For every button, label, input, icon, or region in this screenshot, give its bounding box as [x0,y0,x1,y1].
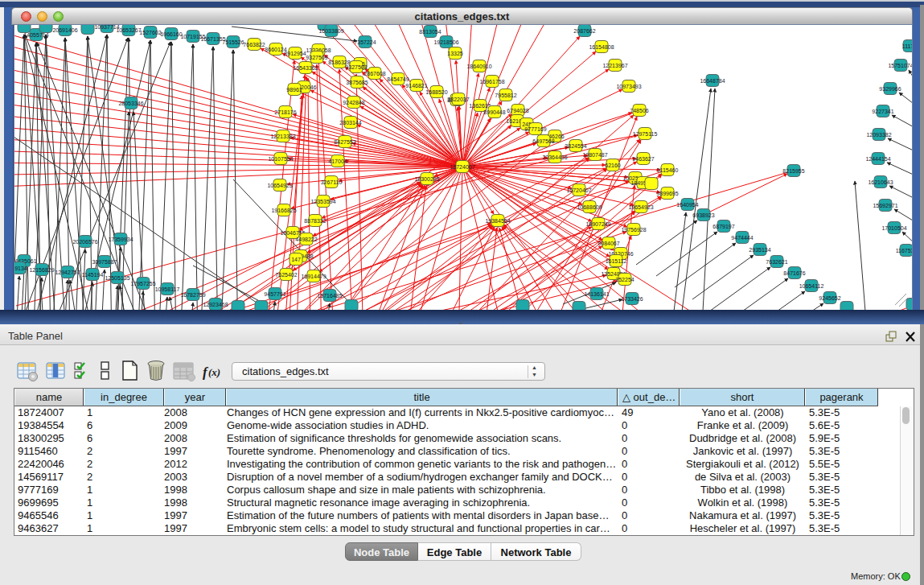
svg-text:10107554: 10107554 [268,156,293,162]
svg-text:39134: 39134 [14,266,27,271]
svg-text:12923468: 12923468 [203,302,228,307]
svg-text:18300295: 18300295 [414,176,439,182]
svg-text:9457791: 9457791 [264,291,285,297]
svg-text:7357224: 7357224 [354,39,376,45]
svg-text:2935134: 2935134 [749,247,770,253]
svg-text:9084067: 9084067 [598,241,619,246]
svg-text:16782759: 16782759 [180,292,205,298]
svg-text:15751074: 15751074 [888,63,912,68]
svg-text:12213383: 12213383 [270,134,295,139]
svg-text:6497568: 6497568 [532,138,554,144]
svg-text:9115460: 9115460 [657,167,679,173]
svg-text:2867608: 2867608 [363,71,385,76]
svg-text:7515526: 7515526 [222,39,244,45]
svg-text:16961758: 16961758 [479,79,504,84]
svg-text:1615112: 1615112 [606,258,627,264]
svg-text:(x): (x) [208,366,220,378]
svg-text:12444154: 12444154 [865,156,890,162]
svg-text:9474444: 9474444 [731,235,753,241]
svg-text:7632621: 7632621 [766,259,787,265]
svg-text:9242848: 9242848 [343,100,364,105]
svg-text:9899695: 9899695 [656,191,678,196]
svg-text:6938923: 6938923 [692,212,714,218]
svg-text:11172: 11172 [902,43,912,49]
svg-text:2803144: 2803144 [339,120,361,126]
svg-text:8215955: 8215955 [782,168,804,174]
svg-text:18724007: 18724007 [450,164,474,170]
svg-text:14136141: 14136141 [584,291,609,297]
svg-text:9245652: 9245652 [819,295,840,301]
svg-text:8878332: 8878332 [304,218,326,224]
svg-text:16210643: 16210643 [868,179,893,185]
svg-text:30975887: 30975887 [92,259,117,265]
svg-text:10653267: 10653267 [116,27,141,33]
svg-text:19218506: 19218506 [433,39,458,45]
svg-text:8912954: 8912954 [284,51,306,56]
svg-text:8813054: 8813054 [419,29,441,35]
svg-text:18907249: 18907249 [585,221,610,227]
svg-text:12156829: 12156829 [29,267,54,273]
svg-text:3822037: 3822037 [447,97,469,102]
svg-text:6966160: 6966160 [160,31,182,37]
svg-text:7955812: 7955812 [495,93,516,98]
svg-text:1588520: 1588520 [425,89,447,95]
svg-text:12942757: 12942757 [55,270,80,275]
svg-text:3267110: 3267110 [321,179,343,185]
svg-text:12213967: 12213967 [602,63,627,68]
svg-text:8427552: 8427552 [334,139,355,145]
svg-text:20364436: 20364436 [542,154,567,160]
svg-text:16543362: 16543362 [293,65,318,71]
svg-text:4498222: 4498222 [295,237,317,242]
svg-text:10958117: 10958117 [155,286,180,292]
svg-text:252254: 252254 [615,277,634,282]
svg-text:16033809: 16033809 [318,28,343,34]
svg-text:2087662: 2087662 [573,28,595,34]
svg-text:15716485: 15716485 [317,293,342,299]
svg-text:17010504: 17010504 [881,225,906,231]
svg-text:17957255: 17957255 [130,281,155,286]
svg-text:748506: 748506 [630,108,648,113]
svg-text:15692971: 15692971 [873,203,897,208]
svg-text:8990448: 8990448 [483,109,505,115]
svg-text:10654112: 10654112 [799,283,824,289]
svg-text:417004: 417004 [328,159,347,164]
svg-text:6879197: 6879197 [713,224,734,229]
svg-text:98961: 98961 [286,87,302,93]
svg-text:9327509: 9327509 [306,55,327,60]
svg-text:10807487: 10807487 [582,152,607,158]
svg-text:12353594: 12353594 [310,199,335,204]
svg-text:1640954: 1640954 [676,202,698,208]
svg-text:6794028: 6794028 [507,108,528,113]
svg-text:2718176: 2718176 [274,109,296,115]
svg-text:9329966: 9329966 [879,86,901,92]
svg-text:19756928: 19756928 [621,227,646,233]
svg-text:10973493: 10973493 [616,84,641,89]
svg-text:10688609: 10688609 [577,204,602,210]
svg-text:16648784: 16648784 [700,78,725,84]
svg-text:28053346: 28053346 [118,101,143,106]
svg-text:7663822: 7663822 [243,42,265,47]
svg-text:147: 147 [291,257,301,262]
svg-text:3875685: 3875685 [346,80,368,85]
svg-text:62160: 62160 [605,163,621,168]
svg-text:12505135: 12505135 [105,275,129,281]
svg-text:12093382: 12093382 [866,132,891,138]
svg-text:9327508: 9327508 [345,64,367,70]
svg-text:1527602: 1527602 [139,30,161,35]
svg-text:10654923: 10654923 [267,183,292,188]
svg-text:16154808: 16154808 [589,44,614,50]
svg-text:19166825: 19166825 [271,208,296,213]
svg-text:20691406: 20691406 [52,27,77,33]
svg-text:9227341: 9227341 [872,109,893,114]
svg-text:9146821: 9146821 [405,83,427,89]
svg-text:8454749: 8454749 [387,76,409,82]
svg-text:17975115: 17975115 [633,131,658,137]
svg-text:7625402: 7625402 [275,272,297,278]
svg-text:20206576: 20206576 [72,239,97,245]
svg-text:18640910: 18640910 [466,64,491,69]
svg-text:16914479: 16914479 [301,274,326,279]
svg-text:1733426: 1733426 [621,296,643,302]
svg-text:1167533: 1167533 [896,248,912,253]
svg-text:9777169: 9777169 [524,126,546,132]
svg-text:13325: 13325 [447,51,463,56]
